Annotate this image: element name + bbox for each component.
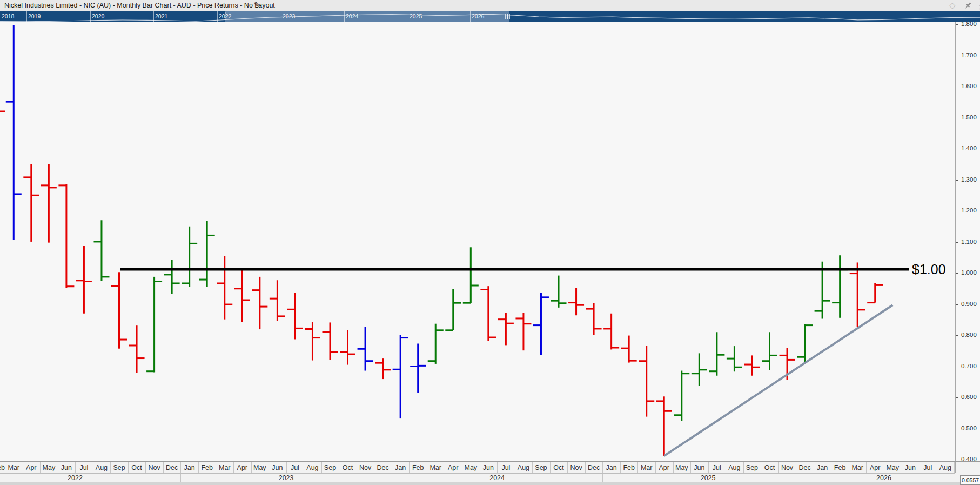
navigator-year-tick — [408, 11, 408, 22]
price-bar-2022-sep — [111, 272, 127, 348]
axis-corner — [955, 462, 980, 473]
month-label: May — [462, 462, 480, 473]
month-label: Jan — [814, 462, 831, 473]
navigator-year-2023: 2023 — [283, 13, 295, 19]
price-axis[interactable]: 1.8001.7001.6001.5001.4001.3001.2001.100… — [955, 22, 980, 461]
pushpin-icon[interactable] — [964, 2, 972, 11]
navigator-year-2019: 2019 — [28, 13, 41, 19]
price-bar-2025-jan — [603, 314, 619, 350]
price-line-label: $1.00 — [912, 262, 946, 277]
month-label: Mar — [637, 462, 655, 473]
year-divider — [392, 474, 392, 482]
y-axis-label: 0.900 — [961, 301, 977, 307]
y-axis-label: 1.200 — [961, 207, 977, 214]
month-label: Sep — [321, 462, 339, 473]
price-bar-2024-sep — [533, 293, 549, 355]
month-label: Aug — [304, 462, 321, 473]
price-bar-2023-feb — [199, 221, 215, 287]
y-axis-label: 1.100 — [961, 238, 977, 245]
y-axis-label: 1.400 — [961, 145, 977, 151]
price-bar-2024-mar — [428, 324, 444, 364]
month-label: Apr — [445, 462, 462, 473]
month-label: Feb — [620, 462, 638, 473]
price-bar-2025-jun — [692, 353, 707, 386]
price-bar-2025-jul — [709, 332, 724, 376]
y-axis-label: 0.400 — [961, 456, 977, 461]
price-chart: $1.00 — [0, 22, 955, 461]
edit-pencil-icon[interactable]: ✎ — [254, 1, 260, 9]
pushpin-icon-glyph — [964, 2, 972, 10]
navigator-year-tick — [344, 11, 345, 22]
price-bar-2025-dec — [797, 324, 813, 363]
price-bar-2022-jul — [76, 246, 92, 314]
price-bar-2023-sep — [322, 322, 338, 360]
month-label: Jun — [480, 462, 498, 473]
bottom-strip — [0, 482, 980, 485]
year-label: 2026 — [876, 474, 891, 482]
y-axis-tick — [956, 335, 958, 336]
y-axis-tick — [956, 429, 958, 429]
price-bar-2022-may — [41, 164, 57, 242]
price-bar-2022-mar — [6, 25, 22, 240]
price-bar-2025-aug — [727, 346, 742, 371]
price-bar-2023-oct — [340, 330, 355, 365]
charting-app-window: Nickel Industries Limited - NIC (AU) - M… — [0, 0, 980, 485]
price-bar-2023-jan — [182, 227, 197, 287]
month-label: Aug — [93, 462, 111, 473]
timeline-navigator[interactable]: 201820192020202120222023202420252026 — [0, 11, 980, 22]
y-axis-label: 0.500 — [961, 425, 977, 431]
year-divider — [602, 474, 603, 482]
month-label: Jul — [286, 462, 304, 473]
price-bar-2024-oct — [551, 276, 567, 308]
month-label: Mar — [849, 462, 867, 473]
y-axis-tick — [956, 149, 958, 149]
price-bar-2024-may — [463, 247, 479, 303]
navigator-year-tick — [217, 11, 218, 22]
month-label: Mar — [427, 462, 445, 473]
price-bar-2024-jul — [498, 313, 514, 346]
month-label: Aug — [937, 462, 955, 473]
navigator-year-tick — [26, 11, 27, 22]
month-label: Jun — [269, 462, 286, 473]
month-label: Mar — [5, 462, 23, 473]
date-axis[interactable]: FebMarAprMayJunJulAugSepOctNovDecJanFebM… — [0, 461, 980, 485]
price-bar-2025-feb — [621, 336, 637, 363]
trendline-annotation[interactable] — [664, 305, 892, 456]
y-axis-label: 1.800 — [961, 22, 977, 27]
month-label: May — [40, 462, 58, 473]
month-label-row: FebMarAprMayJunJulAugSepOctNovDecJanFebM… — [0, 462, 955, 473]
month-label: Jan — [392, 462, 410, 473]
price-bar-2024-jan — [393, 335, 408, 418]
month-label: Feb — [0, 462, 5, 473]
month-label: Nov — [145, 462, 163, 473]
month-label: May — [251, 462, 269, 473]
titlebar: Nickel Industries Limited - NIC (AU) - M… — [0, 0, 980, 12]
navigator-year-tick — [470, 11, 471, 22]
corner-value-text: 0.0557 — [962, 477, 979, 483]
year-label: 2023 — [279, 474, 294, 482]
navigator-year-2018: 2018 — [2, 13, 14, 19]
diamond-icon[interactable]: ◇ — [949, 1, 956, 10]
price-bar-2025-oct — [762, 332, 777, 370]
price-bar-2023-apr — [234, 270, 250, 322]
month-label: Dec — [163, 462, 181, 473]
clipped-icon[interactable]: ⋮ — [977, 3, 980, 8]
price-bar-2022-oct — [129, 325, 145, 373]
price-bar-2026-mar — [850, 262, 865, 327]
price-bar-2025-apr — [656, 396, 672, 456]
price-bar-2023-aug — [305, 322, 320, 361]
y-axis-label: 1.700 — [961, 52, 977, 58]
chart-plot-area[interactable]: $1.00 — [0, 22, 955, 461]
navigator-year-tick — [90, 11, 91, 22]
price-bar-2022-dec — [164, 260, 180, 294]
price-bar-2022-nov — [146, 277, 162, 373]
month-label: Jun — [902, 462, 919, 473]
navigator-year-2020: 2020 — [92, 13, 104, 19]
price-bar-2022-aug — [93, 220, 109, 281]
month-label: Jun — [58, 462, 76, 473]
month-label: Apr — [233, 462, 251, 473]
y-axis-label: 0.600 — [961, 394, 977, 400]
month-divider — [954, 462, 955, 473]
y-axis-label: 1.500 — [961, 114, 977, 121]
price-bar-2023-jun — [270, 280, 285, 321]
